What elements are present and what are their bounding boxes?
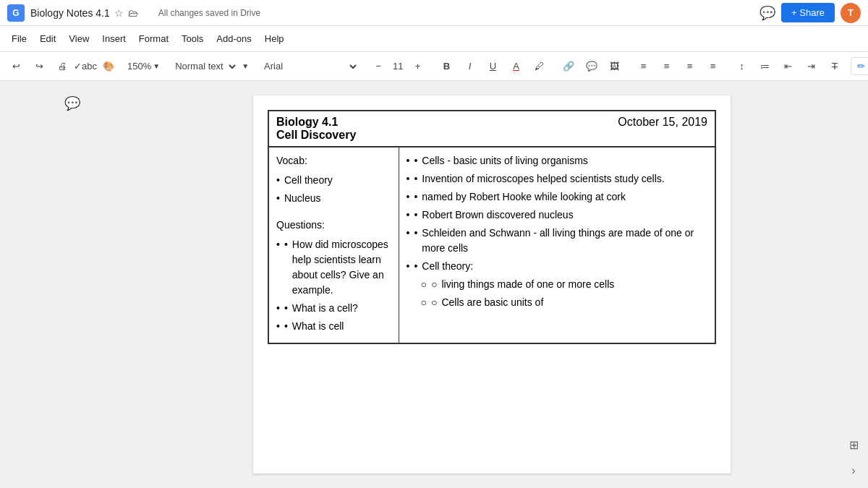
cornell-notes-table: Biology 4.1Cell Discovery October 15, 20…	[268, 110, 716, 344]
align-left-button[interactable]: ≡	[634, 56, 654, 77]
font-size-increase-button[interactable]: +	[408, 56, 428, 77]
cell-theory-sub-1: ○ living things made of one or more cell…	[421, 277, 708, 292]
style-chevron-icon[interactable]: ▼	[242, 62, 249, 70]
note-item-5: • Schleiden and Schwann - all living thi…	[407, 226, 708, 256]
sidebar-right: ⊞ ›	[839, 81, 868, 488]
note-item-6: • Cell theory:	[407, 259, 708, 274]
vocab-item-2-text: Nucleus	[284, 191, 321, 206]
print-button[interactable]: 🖨	[52, 56, 72, 77]
menu-insert[interactable]: Insert	[96, 30, 132, 47]
document-page: Biology 4.1Cell Discovery October 15, 20…	[253, 95, 731, 474]
menu-bar: File Edit View Insert Format Tools Add-o…	[0, 26, 868, 52]
cell-theory-sub-2-text: Cells are basic units of	[441, 295, 543, 310]
menu-format[interactable]: Format	[133, 30, 174, 47]
link-button[interactable]: 🔗	[558, 56, 579, 77]
font-size-value: 11	[391, 61, 404, 72]
editing-mode-button[interactable]: ✏ Editing ▼	[851, 57, 868, 75]
bullet-n3: •	[414, 189, 417, 205]
highlight-button[interactable]: 🖊	[529, 56, 550, 77]
font-family-select[interactable]: Arial Times New Roman	[258, 56, 359, 77]
bullet-n5: •	[414, 226, 417, 256]
questions-label: Questions:	[276, 218, 391, 233]
italic-button[interactable]: I	[460, 56, 480, 77]
underline-button[interactable]: U	[483, 56, 503, 77]
menu-help[interactable]: Help	[259, 30, 290, 47]
menu-addons[interactable]: Add-ons	[210, 30, 257, 47]
bullet-n2: •	[414, 171, 417, 187]
question-2-text: What is a cell?	[292, 301, 358, 316]
note-3-text: named by Robert Hooke while looking at c…	[422, 189, 626, 205]
note-item-2: • Invention of microscopes helped scient…	[407, 171, 708, 187]
indent-decrease-button[interactable]: ⇤	[778, 56, 799, 77]
header-title: Biology 4.1Cell Discovery	[268, 111, 399, 147]
paint-format-button[interactable]: 🎨	[98, 56, 119, 77]
note-5-text: Schleiden and Schwann - all living thing…	[422, 226, 707, 256]
note-item-3: • named by Robert Hooke while looking at…	[407, 189, 708, 205]
menu-view[interactable]: View	[63, 30, 95, 47]
spellcheck-button[interactable]: ✓abc	[75, 56, 95, 77]
vocab-item-1: Cell theory	[276, 173, 391, 188]
questions-list: • How did microscopes help scientists le…	[276, 237, 391, 334]
pencil-icon: ✏	[857, 61, 865, 72]
autosave-status: All changes saved in Drive	[158, 8, 260, 18]
bullet-icon: •	[284, 237, 288, 298]
indent-increase-button[interactable]: ⇥	[801, 56, 822, 77]
align-right-button[interactable]: ≡	[680, 56, 700, 77]
note-6-text: Cell theory:	[422, 259, 473, 274]
comments-icon[interactable]: 💬	[760, 5, 775, 21]
toolbar: ↩ ↪ 🖨 ✓abc 🎨 150% ▼ Normal text Heading …	[0, 52, 868, 81]
redo-button[interactable]: ↪	[29, 56, 49, 77]
align-justify-button[interactable]: ≡	[703, 56, 723, 77]
share-label: + Share	[791, 7, 825, 18]
vocab-questions-column: Vocab: Cell theory Nucleus Questions: • …	[268, 147, 399, 343]
menu-edit[interactable]: Edit	[34, 30, 61, 47]
note-1-text: Cells - basic units of living organisms	[422, 153, 588, 168]
line-spacing-button[interactable]: ↕	[732, 56, 752, 77]
app-icon: G	[7, 4, 25, 22]
paragraph-style-select[interactable]: Normal text Heading 1 Heading 2	[169, 56, 239, 77]
cell-theory-sublist: ○ living things made of one or more cell…	[407, 277, 708, 310]
menu-file[interactable]: File	[6, 30, 33, 47]
collapse-icon[interactable]: ›	[843, 461, 864, 481]
zoom-control[interactable]: 150% ▼	[127, 61, 160, 72]
image-button[interactable]: 🖼	[605, 56, 625, 77]
sidebar-comment-icon[interactable]: 💬	[64, 95, 80, 111]
title-bar: G Biology Notes 4.1 ☆ 🗁 All changes save…	[0, 0, 868, 26]
sidebar-left: 💬	[0, 81, 145, 488]
header-date: October 15, 2019	[399, 111, 715, 147]
undo-button[interactable]: ↩	[6, 56, 26, 77]
content-row: Vocab: Cell theory Nucleus Questions: • …	[268, 147, 715, 343]
star-icon[interactable]: ☆	[114, 7, 124, 19]
zoom-chevron-icon[interactable]: ▼	[153, 62, 160, 70]
cell-theory-sub-2: ○ Cells are basic units of	[421, 295, 708, 310]
bullet-n1: •	[414, 153, 417, 168]
clear-format-button[interactable]: T̶	[825, 56, 845, 77]
bullet-n6: •	[414, 259, 417, 274]
notes-column: • Cells - basic units of living organism…	[399, 147, 715, 343]
font-color-button[interactable]: A	[506, 56, 527, 77]
avatar[interactable]: T	[841, 3, 861, 23]
note-4-text: Robert Brown discovered nucleus	[422, 207, 573, 223]
share-button[interactable]: + Share	[781, 3, 835, 22]
main-area: 💬 Biology 4.1Cell Discovery October 15, …	[0, 81, 868, 488]
vocab-item-1-text: Cell theory	[284, 173, 333, 188]
document-area[interactable]: Biology 4.1Cell Discovery October 15, 20…	[145, 81, 839, 488]
folder-icon[interactable]: 🗁	[128, 7, 138, 19]
question-item-3: • What is cell	[276, 319, 391, 334]
list-options-button[interactable]: ≔	[755, 56, 775, 77]
bold-button[interactable]: B	[437, 56, 457, 77]
comment-button[interactable]: 💬	[582, 56, 602, 77]
bullet-icon-3: •	[284, 319, 288, 334]
document-title: Biology Notes 4.1	[30, 7, 110, 19]
cell-theory-sub-1-text: living things made of one or more cells	[441, 277, 614, 292]
expand-icon[interactable]: ⊞	[843, 435, 864, 455]
header-row: Biology 4.1Cell Discovery October 15, 20…	[268, 111, 715, 147]
note-item-4: • Robert Brown discovered nucleus	[407, 207, 708, 223]
note-item-1: • Cells - basic units of living organism…	[407, 153, 708, 168]
align-center-button[interactable]: ≡	[657, 56, 677, 77]
zoom-value: 150%	[127, 61, 151, 72]
vocab-label: Vocab:	[276, 153, 391, 168]
menu-tools[interactable]: Tools	[176, 30, 209, 47]
font-size-decrease-button[interactable]: −	[368, 56, 388, 77]
question-1-text: How did microscopes help scientists lear…	[292, 237, 391, 298]
